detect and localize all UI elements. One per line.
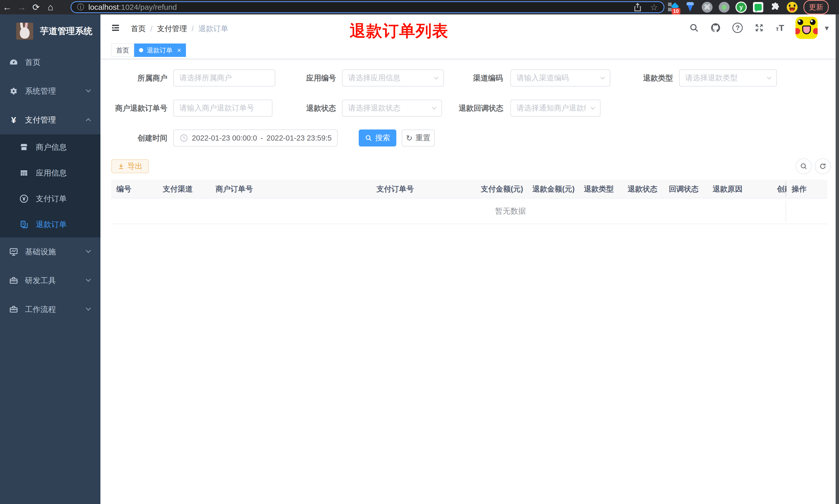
export-button[interactable]: 导出: [111, 159, 149, 173]
chevron-down-icon: [432, 105, 436, 110]
extension-y-icon[interactable]: y: [735, 2, 747, 13]
channel-select[interactable]: 请输入渠道编码: [511, 70, 610, 87]
browser-menu-icon[interactable]: [836, 2, 839, 13]
browser-toolbar: ← → ⟳ ⌂ ⓘ localhost:1024/pay/refund ☆ 10…: [0, 0, 839, 14]
tag-close-icon[interactable]: ×: [177, 46, 181, 54]
date-start: 2022-01-23 00:00:00: [192, 134, 257, 142]
browser-back-button[interactable]: ←: [0, 2, 14, 13]
sidebar-item-pay-order[interactable]: 支付订单: [0, 186, 101, 212]
address-bar[interactable]: ⓘ localhost:1024/pay/refund ☆: [71, 1, 664, 13]
sidebar-item-merchant-info[interactable]: 商户信息: [0, 134, 101, 160]
filter-label-channel: 渠道编码: [458, 70, 503, 87]
grid-table-icon: [19, 168, 29, 177]
url-path: :1024/pay/refund: [119, 3, 177, 12]
chevron-down-icon: [86, 87, 91, 92]
chevron-down-icon: [86, 277, 91, 282]
browser-forward-button[interactable]: →: [14, 2, 29, 13]
create-time-range-picker[interactable]: 2022-01-23 00:00:00 - 2022-01-23 23:59:5…: [173, 129, 338, 146]
notify-status-select[interactable]: 请选择通知商户退款结果的: [511, 100, 601, 116]
sidebar-item-app-info[interactable]: 应用信息: [0, 160, 101, 186]
filter-label-refund-status: 退款状态: [291, 100, 336, 116]
header-actions: ? тT ▾: [689, 14, 829, 41]
breadcrumb: 首页 / 支付管理 / 退款订单: [131, 24, 228, 34]
breadcrumb-home[interactable]: 首页: [131, 24, 146, 34]
browser-reload-button[interactable]: ⟳: [29, 2, 43, 12]
search-button[interactable]: 搜索: [359, 129, 396, 146]
sidebar-item-refund-order[interactable]: 退款订单: [0, 212, 101, 237]
chevron-down-icon: [601, 75, 605, 79]
search-icon: [800, 162, 808, 170]
dashboard-icon: [8, 57, 19, 67]
sidebar-item-workflow[interactable]: 工作流程: [0, 295, 101, 324]
refresh-table-button[interactable]: [815, 158, 831, 174]
url-host: localhost: [88, 3, 119, 12]
help-icon[interactable]: ?: [732, 23, 743, 33]
sidebar-item-label: 应用信息: [36, 168, 67, 178]
extension-chat-icon[interactable]: [752, 2, 764, 13]
filter-label-notify-status: 退款回调状态: [443, 100, 503, 116]
share-icon[interactable]: [634, 3, 642, 12]
reset-button[interactable]: ↻ 重置: [402, 129, 435, 146]
chevron-down-icon: [86, 306, 91, 311]
filter-label-refund-type: 退款类型: [628, 70, 673, 87]
fixed-action-column: 操作: [786, 180, 827, 224]
app-logo-row[interactable]: 芋道管理系统: [0, 14, 101, 48]
browser-home-button[interactable]: ⌂: [43, 2, 58, 13]
app-select[interactable]: 请选择应用信息: [342, 70, 444, 87]
bookmark-star-icon[interactable]: ☆: [650, 2, 658, 12]
fullscreen-icon[interactable]: [754, 23, 764, 33]
clock-icon: [179, 133, 188, 142]
refund-type-select[interactable]: 请选择退款类型: [679, 70, 777, 87]
sidebar-fold-icon[interactable]: [110, 23, 121, 33]
chrome-update-button[interactable]: 更新: [803, 0, 829, 14]
toggle-search-button[interactable]: [796, 158, 812, 174]
chevron-down-icon: [434, 75, 439, 79]
col-action: 操作: [786, 180, 827, 198]
sidebar-item-home[interactable]: 首页: [0, 48, 101, 77]
sidebar-item-label: 研发工具: [25, 275, 56, 286]
tag-home[interactable]: 首页: [111, 43, 134, 57]
active-dot-icon: [139, 48, 143, 52]
fontsize-icon[interactable]: тT: [775, 23, 784, 33]
col-callback-status: 回调状态: [664, 180, 708, 198]
payment-submenu: 商户信息 应用信息 支付订单 退款订单: [0, 134, 101, 237]
tags-view: 首页 退款订单 ×: [101, 41, 839, 59]
sidebar: 芋道管理系统 首页 系统管理 ¥ 支付管理 商户信息 应用信息: [0, 14, 101, 504]
document-copy-icon: [19, 220, 29, 229]
sidebar-item-label: 退款订单: [36, 219, 67, 230]
sidebar-item-system[interactable]: 系统管理: [0, 77, 101, 106]
toolbox-icon: [8, 276, 19, 285]
sidebar-item-infrastructure[interactable]: 基础设施: [0, 237, 101, 266]
window-scrollbar[interactable]: [836, 14, 839, 504]
user-avatar[interactable]: [796, 17, 818, 39]
yen-circle-icon: [19, 194, 29, 203]
sidebar-item-label: 商户信息: [36, 142, 67, 152]
col-pay-amount: 支付金额(元): [476, 180, 527, 198]
col-refund-reason: 退款原因: [708, 180, 772, 198]
avatar-caret-icon[interactable]: ▾: [825, 23, 829, 32]
tag-refund-order[interactable]: 退款订单 ×: [134, 43, 186, 57]
sidebar-item-label: 首页: [25, 57, 40, 68]
merchant-select[interactable]: 请选择所属商户: [173, 70, 275, 87]
github-icon[interactable]: [710, 22, 721, 33]
extension-command-icon[interactable]: ⌘: [701, 2, 713, 13]
sidebar-item-payment[interactable]: ¥ 支付管理: [0, 106, 101, 134]
date-separator: -: [260, 134, 263, 142]
app-title: 芋道管理系统: [40, 25, 92, 37]
sidebar-item-dev-tools[interactable]: 研发工具: [0, 266, 101, 295]
extension-record-icon[interactable]: [718, 2, 730, 13]
profile-avatar-icon[interactable]: [786, 2, 798, 13]
chevron-up-icon: [86, 118, 91, 123]
page-title-annotation: 退款订单列表: [350, 20, 449, 42]
search-icon[interactable]: [689, 23, 699, 33]
site-info-icon[interactable]: ⓘ: [77, 2, 84, 12]
refresh-icon: [819, 162, 827, 170]
extensions-puzzle-icon[interactable]: [769, 2, 781, 13]
merchant-refund-no-input[interactable]: 请输入商户退款订单号: [173, 100, 272, 116]
refund-status-select[interactable]: 请选择退款状态: [342, 100, 442, 116]
extension-grid-diamond-icon[interactable]: 10: [667, 2, 679, 13]
breadcrumb-parent[interactable]: 支付管理: [157, 24, 187, 34]
col-refund-type: 退款类型: [579, 180, 622, 198]
extension-gem-icon[interactable]: [684, 2, 696, 13]
col-channel: 支付渠道: [158, 180, 210, 198]
